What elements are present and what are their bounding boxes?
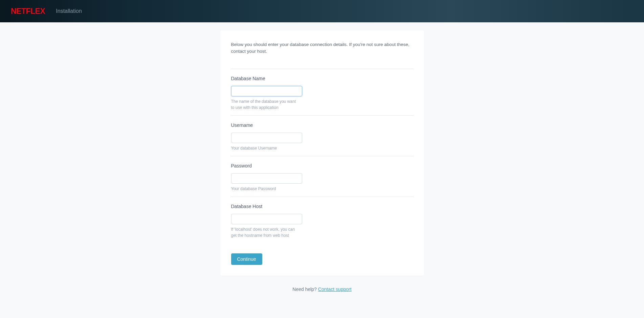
- db-host-input[interactable]: [231, 214, 302, 224]
- username-input[interactable]: [231, 133, 302, 143]
- field-group-password: Password Your database Password: [231, 156, 413, 197]
- username-help: Your database Username: [231, 145, 299, 151]
- continue-button[interactable]: Continue: [231, 253, 262, 265]
- password-input[interactable]: [231, 173, 302, 184]
- header: NETFLEX Installation: [0, 0, 644, 22]
- db-name-input[interactable]: [231, 86, 302, 96]
- field-group-db-host: Database Host If 'localhost' does not wo…: [231, 197, 413, 243]
- username-label: Username: [231, 122, 413, 128]
- installation-card: Below you should enter your database con…: [220, 30, 424, 276]
- db-host-help: If 'localhost' does not work, you can ge…: [231, 226, 299, 238]
- field-group-db-name: Database Name The name of the database y…: [231, 69, 413, 115]
- password-label: Password: [231, 163, 413, 168]
- db-host-label: Database Host: [231, 204, 413, 209]
- contact-support-link[interactable]: Contact support: [318, 287, 352, 292]
- footer: Need help? Contact support: [0, 287, 644, 292]
- db-name-help: The name of the database you want to use…: [231, 98, 299, 111]
- logo: NETFLEX: [11, 7, 45, 16]
- page-title: Installation: [56, 8, 82, 14]
- footer-text: Need help?: [292, 287, 318, 292]
- field-group-username: Username Your database Username: [231, 115, 413, 156]
- intro-text: Below you should enter your database con…: [231, 41, 413, 55]
- db-name-label: Database Name: [231, 76, 413, 81]
- button-row: Continue: [231, 253, 413, 265]
- password-help: Your database Password: [231, 186, 299, 192]
